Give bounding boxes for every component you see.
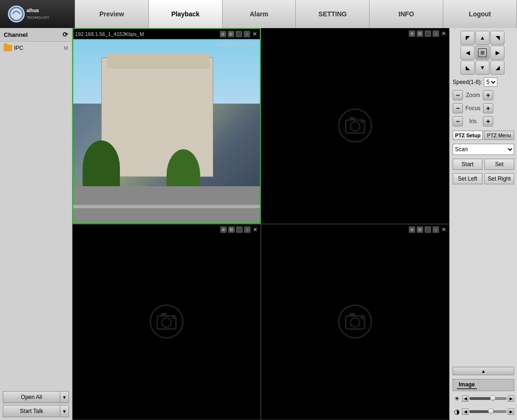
- ptz-upper-left[interactable]: ◤: [461, 31, 475, 45]
- zoom-minus[interactable]: −: [453, 90, 463, 100]
- video-cell-1[interactable]: 192.168.1.56_1_4153Kbps_M ⊕ ⊞ ⬛ ♪ ✕: [72, 28, 261, 224]
- sound-icon-4[interactable]: ♪: [433, 226, 439, 233]
- snap-icon-1[interactable]: ⊞: [228, 31, 234, 37]
- sound-icon-2[interactable]: ♪: [433, 30, 439, 37]
- video-cell-4[interactable]: ⊕ ⊞ ⬛ ♪ ✕: [261, 224, 449, 420]
- video-title-1: 192.168.1.56_1_4153Kbps_M: [75, 31, 218, 37]
- tab-ptz-menu[interactable]: PTZ Menu: [484, 131, 514, 140]
- contrast-icon: ◑: [453, 407, 461, 416]
- video-cell-3[interactable]: ⊕ ⊞ ⬛ ♪ ✕: [72, 224, 261, 420]
- ptz-center[interactable]: [475, 46, 489, 60]
- sound-icon-1[interactable]: ♪: [244, 31, 250, 37]
- contrast-right[interactable]: ▶: [508, 408, 514, 415]
- list-item[interactable]: IPC M: [2, 43, 70, 53]
- iris-plus[interactable]: +: [483, 116, 493, 126]
- focus-row: − Focus +: [453, 103, 514, 113]
- sidebar: Channel ⟳ IPC M Open All ▼ Start Talk ▼: [0, 28, 72, 420]
- svg-point-9: [150, 305, 183, 338]
- contrast-left[interactable]: ◀: [462, 408, 468, 415]
- snap-icon-2[interactable]: ⊞: [417, 30, 423, 37]
- ptz-lower-left[interactable]: ◣: [461, 61, 475, 75]
- record-icon-4[interactable]: ⬛: [425, 226, 431, 233]
- ptz-up[interactable]: ▲: [475, 31, 489, 45]
- contrast-row: ◑ ◀ ▶: [453, 407, 514, 416]
- tab-image[interactable]: Image: [457, 381, 477, 389]
- channel-m: M: [64, 45, 68, 51]
- brightness-slider[interactable]: [469, 397, 507, 400]
- video-grid: 192.168.1.56_1_4153Kbps_M ⊕ ⊞ ⬛ ♪ ✕: [72, 28, 449, 420]
- ptz-directional: ◤ ▲ ◥ ◀ ▶ ◣ ▼ ◢: [461, 31, 506, 75]
- nav-logout[interactable]: Logout: [443, 0, 517, 28]
- sidebar-bottom: Open All ▼ Start Talk ▼: [0, 388, 72, 420]
- speed-row: Speed(1-8): 5 1234 678: [453, 77, 514, 87]
- ptz-down[interactable]: ▼: [475, 61, 489, 75]
- close-icon-2[interactable]: ✕: [440, 30, 447, 37]
- svg-point-11: [162, 318, 171, 327]
- start-button[interactable]: Start: [453, 159, 482, 170]
- close-icon-1[interactable]: ✕: [252, 31, 258, 37]
- brightness-icon: ☀: [453, 394, 461, 403]
- nav-alarm[interactable]: Alarm: [223, 0, 296, 28]
- zoom-icon-1[interactable]: ⊕: [220, 31, 226, 37]
- ptz-tabs: PTZ Setup PTZ Menu: [453, 131, 514, 140]
- set-button[interactable]: Set: [484, 159, 514, 170]
- speed-label: Speed(1-8):: [453, 79, 482, 85]
- close-icon-4[interactable]: ✕: [440, 226, 447, 233]
- ptz-upper-right[interactable]: ◥: [490, 31, 504, 45]
- contrast-slider[interactable]: [469, 410, 507, 413]
- video-toolbar-4: ⊕ ⊞ ⬛ ♪ ✕: [261, 224, 449, 235]
- record-icon-2[interactable]: ⬛: [425, 30, 431, 37]
- svg-rect-17: [349, 313, 355, 316]
- nav-playback[interactable]: Playback: [149, 0, 223, 28]
- set-left-button[interactable]: Set Left: [453, 173, 482, 184]
- record-icon-1[interactable]: ⬛: [236, 31, 242, 37]
- start-talk-dropdown[interactable]: ▼: [60, 405, 69, 417]
- focus-plus[interactable]: +: [483, 103, 493, 113]
- brightness-row: ☀ ◀ ▶: [453, 394, 514, 403]
- speed-select[interactable]: 5 1234 678: [484, 77, 497, 87]
- open-all-button[interactable]: Open All: [3, 391, 60, 403]
- snap-icon-4[interactable]: ⊞: [417, 226, 423, 233]
- nav-preview[interactable]: Preview: [75, 0, 149, 28]
- focus-label: Focus: [465, 105, 481, 112]
- zoom-row: − Zoom +: [453, 90, 514, 100]
- ptz-spacer: [453, 188, 514, 363]
- snap-icon-3[interactable]: ⊞: [228, 226, 235, 233]
- svg-point-6: [350, 122, 360, 131]
- svg-point-8: [361, 120, 363, 123]
- record-icon-3[interactable]: ⬛: [236, 226, 243, 233]
- start-talk-button[interactable]: Start Talk: [3, 405, 60, 417]
- contrast-thumb: [488, 408, 494, 414]
- zoom-plus[interactable]: +: [483, 90, 493, 100]
- image-header: Image: [453, 379, 514, 391]
- focus-minus[interactable]: −: [453, 103, 463, 113]
- logo: alhua TECHNOLOGY: [0, 4, 75, 25]
- brightness-right[interactable]: ▶: [508, 395, 514, 402]
- brightness-left[interactable]: ◀: [462, 395, 468, 402]
- scroll-up-button[interactable]: ▲: [453, 367, 514, 375]
- zoom-icon-4[interactable]: ⊕: [409, 226, 415, 233]
- ptz-lower-right[interactable]: ◢: [490, 61, 504, 75]
- iris-minus[interactable]: −: [453, 116, 463, 126]
- ptz-zoom-inner: [481, 51, 484, 55]
- close-icon-3[interactable]: ✕: [252, 226, 258, 233]
- sound-icon-3[interactable]: ♪: [244, 226, 251, 233]
- ptz-panel: ◤ ▲ ◥ ◀ ▶ ◣ ▼ ◢ Speed(1-8): 5 1234 678: [449, 28, 517, 420]
- nav-setting[interactable]: SETTING: [296, 0, 370, 28]
- zoom-icon-3[interactable]: ⊕: [220, 226, 227, 233]
- video-cell-2[interactable]: ⊕ ⊞ ⬛ ♪ ✕: [261, 28, 449, 224]
- svg-text:TECHNOLOGY: TECHNOLOGY: [27, 16, 49, 19]
- zoom-icon-2[interactable]: ⊕: [409, 30, 415, 37]
- channel-list: IPC M: [0, 42, 72, 388]
- set-right-button[interactable]: Set Right: [484, 173, 514, 184]
- start-talk-group: Start Talk ▼: [3, 405, 69, 417]
- tab-ptz-setup[interactable]: PTZ Setup: [453, 131, 483, 140]
- ptz-right[interactable]: ▶: [490, 46, 504, 60]
- ptz-left[interactable]: ◀: [461, 46, 475, 60]
- open-all-dropdown[interactable]: ▼: [60, 391, 69, 403]
- nav-info[interactable]: INFO: [370, 0, 443, 28]
- scan-select[interactable]: Scan: [453, 144, 514, 155]
- refresh-icon[interactable]: ⟳: [63, 31, 68, 38]
- svg-text:alhua: alhua: [27, 8, 39, 13]
- camera-placeholder-4: [336, 303, 374, 342]
